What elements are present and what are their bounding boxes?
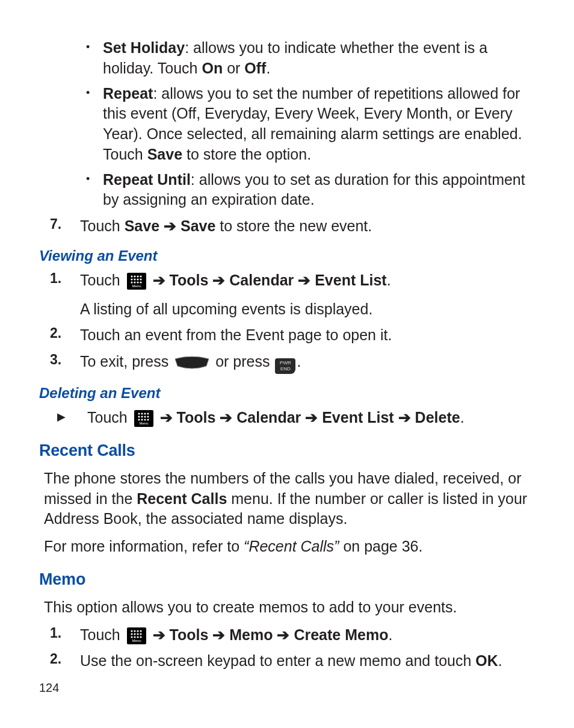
back-key-icon — [174, 355, 210, 368]
svg-point-9 — [134, 281, 135, 283]
svg-point-21 — [138, 418, 140, 420]
svg-point-22 — [141, 418, 143, 420]
step-number: 1. — [50, 270, 80, 287]
svg-point-10 — [137, 281, 138, 283]
svg-point-5 — [134, 278, 135, 280]
svg-point-11 — [140, 281, 141, 283]
svg-point-6 — [137, 278, 138, 280]
svg-point-1 — [134, 275, 135, 277]
step-text: Touch an event from the Event page to op… — [80, 325, 535, 346]
svg-point-29 — [140, 630, 141, 632]
svg-point-24 — [147, 418, 149, 420]
end-key-icon: PWREND — [275, 358, 295, 374]
svg-text:Menu: Menu — [132, 639, 141, 642]
menu-icon: Menu — [134, 410, 153, 427]
bullet-repeat-until: • Repeat Until: allows you to set as dur… — [86, 170, 535, 211]
viewing-step-1: 1. Touch Menu ➔ Tools ➔ Calendar ➔ Event… — [50, 270, 535, 320]
svg-point-33 — [140, 633, 141, 635]
triangle-bullet-icon: ▶ — [57, 408, 87, 426]
viewing-step-2: 2. Touch an event from the Event page to… — [50, 325, 535, 346]
svg-point-0 — [131, 275, 132, 277]
svg-point-37 — [140, 636, 141, 638]
svg-point-13 — [138, 412, 140, 414]
svg-point-4 — [131, 278, 132, 280]
svg-point-19 — [144, 415, 146, 417]
svg-point-26 — [131, 630, 132, 632]
heading-recent-calls: Recent Calls — [39, 441, 535, 460]
step-number: 1. — [50, 625, 80, 641]
svg-point-8 — [131, 281, 132, 283]
menu-icon: Menu — [127, 273, 146, 290]
step-1-after: A listing of all upcoming events is disp… — [80, 299, 535, 320]
memo-step-1: 1. Touch Menu ➔ Tools ➔ Memo ➔ Create Me… — [50, 625, 535, 646]
term: Set Holiday — [103, 39, 185, 56]
svg-point-7 — [140, 278, 141, 280]
svg-point-34 — [131, 636, 132, 638]
bullet-repeat: • Repeat: allows you to set the number o… — [86, 84, 535, 165]
svg-point-14 — [141, 412, 143, 414]
term: Repeat — [103, 85, 153, 102]
step-7: 7. Touch Save ➔ Save to store the new ev… — [50, 216, 535, 237]
step-text: Touch Menu ➔ Tools ➔ Calendar ➔ Event Li… — [87, 408, 535, 428]
svg-point-16 — [147, 412, 149, 414]
step-text: Touch Menu ➔ Tools ➔ Calendar ➔ Event Li… — [80, 270, 535, 320]
step-text: Use the on-screen keypad to enter a new … — [80, 651, 535, 671]
svg-point-15 — [144, 412, 146, 414]
bullet-text: Set Holiday: allows you to indicate whet… — [103, 38, 535, 79]
step-number: 2. — [50, 651, 80, 667]
svg-text:Menu: Menu — [139, 422, 148, 425]
heading-viewing-event: Viewing an Event — [39, 247, 535, 264]
step-text: Touch Save ➔ Save to store the new event… — [80, 216, 535, 237]
svg-point-35 — [134, 636, 135, 638]
svg-point-27 — [134, 630, 135, 632]
svg-point-20 — [147, 415, 149, 417]
step-text: Touch Menu ➔ Tools ➔ Memo ➔ Create Memo. — [80, 625, 535, 646]
memo-intro: This option allows you to create memos t… — [44, 597, 535, 618]
bullet-set-holiday: • Set Holiday: allows you to indicate wh… — [86, 38, 535, 79]
svg-point-2 — [137, 275, 138, 277]
svg-point-23 — [144, 418, 146, 420]
bullet-text: Repeat Until: allows you to set as durat… — [103, 170, 535, 211]
memo-step-2: 2. Use the on-screen keypad to enter a n… — [50, 651, 535, 671]
svg-text:Menu: Menu — [132, 284, 141, 288]
svg-point-32 — [137, 633, 138, 635]
step-number: 3. — [50, 352, 80, 368]
svg-point-36 — [137, 636, 138, 638]
bullet-dot: • — [86, 38, 103, 56]
svg-point-31 — [134, 633, 135, 635]
bullet-dot: • — [86, 84, 103, 102]
heading-memo: Memo — [39, 570, 535, 589]
heading-deleting-event: Deleting an Event — [39, 385, 535, 402]
step-text: To exit, press or press PWREND. — [80, 352, 535, 374]
svg-point-18 — [141, 415, 143, 417]
svg-point-30 — [131, 633, 132, 635]
step-number: 7. — [50, 216, 80, 232]
term: Repeat Until — [103, 171, 191, 188]
svg-point-17 — [138, 415, 140, 417]
bullet-dot: • — [86, 170, 103, 188]
menu-icon: Menu — [127, 627, 146, 644]
viewing-step-3: 3. To exit, press or press PWREND. — [50, 352, 535, 374]
recent-calls-para-1: The phone stores the numbers of the call… — [44, 468, 535, 529]
step-number: 2. — [50, 325, 80, 341]
bullet-text: Repeat: allows you to set the number of … — [103, 84, 535, 165]
recent-calls-para-2: For more information, refer to “Recent C… — [44, 537, 535, 557]
svg-point-3 — [140, 275, 141, 277]
page-number: 124 — [39, 681, 59, 695]
svg-point-28 — [137, 630, 138, 632]
deleting-step: ▶ Touch Menu ➔ Tools ➔ Calendar ➔ Event … — [57, 408, 535, 428]
